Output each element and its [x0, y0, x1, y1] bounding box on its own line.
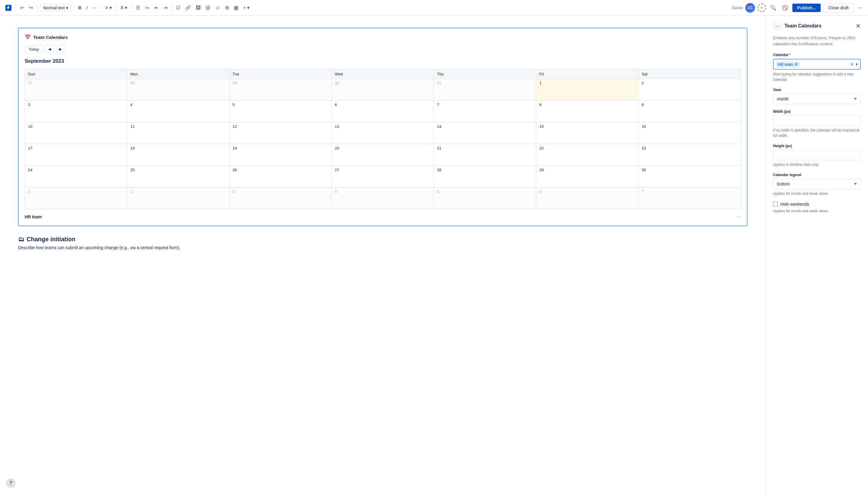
calendar-cell-w3-d2[interactable]: 19 [229, 144, 332, 166]
calendar-cell-w5-d3[interactable]: 4 [332, 188, 434, 209]
calendar-cell-w1-d0[interactable]: 3 [25, 101, 127, 122]
text-style-dropdown[interactable]: Normal text ▾ [40, 4, 72, 12]
more-btn[interactable]: ··· [856, 3, 864, 12]
view-select[interactable]: month week day [773, 94, 861, 104]
hide-weekends-section: Hide weekends Applies for month and week… [773, 202, 861, 214]
undo-btn[interactable]: ↩ [18, 4, 26, 12]
calendar-cell-w3-d1[interactable]: 18 [127, 144, 229, 166]
next-month-btn[interactable]: ▶ [56, 45, 65, 53]
calendar-cell-w2-d6[interactable]: 16 [638, 122, 741, 144]
calendar-cell-w2-d1[interactable]: 11 [127, 122, 229, 144]
calendar-tag-input[interactable]: HR team ✕ ✕ ▾ [773, 59, 861, 70]
more-formatting-btn[interactable]: ··· [91, 4, 98, 12]
calendar-cell-w1-d5[interactable]: 8 [536, 101, 638, 122]
calendar-cell-w2-d2[interactable]: 12 [229, 122, 332, 144]
plus-btn[interactable]: + ▾ [241, 4, 252, 12]
calendar-cell-w5-d0[interactable]: 1 [25, 188, 127, 209]
view-label: View [773, 88, 861, 92]
calendar-cell-w0-d3[interactable]: 30 [332, 79, 434, 101]
layout-btn[interactable]: ▦ [232, 4, 240, 12]
help-btn[interactable]: ? [6, 478, 16, 488]
bold-btn[interactable]: B [77, 4, 83, 12]
calendar-cell-w4-d1[interactable]: 25 [127, 166, 229, 188]
calendar-cell-w5-d5[interactable]: 6 [536, 188, 638, 209]
divider-3 [74, 4, 74, 12]
emoji-btn[interactable]: ☺ [213, 4, 222, 12]
calendar-week-5: 1234567 [25, 188, 741, 209]
change-initiation-section: 🗂 Change initiation Describe how teams c… [18, 233, 747, 250]
calendar-cell-w1-d2[interactable]: 5 [229, 101, 332, 122]
calendar-cell-w3-d5[interactable]: 22 [536, 144, 638, 166]
calendar-cell-w2-d0[interactable]: 10 [25, 122, 127, 144]
table-btn[interactable]: ⊞ [223, 4, 231, 12]
calendar-cell-w0-d5[interactable]: 1 [536, 79, 638, 101]
italic-btn[interactable]: I [84, 4, 89, 12]
panel-calendar-icon: ▭ [775, 23, 780, 28]
image-btn[interactable]: 🖼 [194, 4, 202, 12]
more-options-btn[interactable]: ··· [737, 214, 741, 220]
calendar-cell-w4-d5[interactable]: 29 [536, 166, 638, 188]
font-color-btn[interactable]: A ▾ [119, 4, 129, 12]
calendar-cell-w0-d0[interactable]: 27 [25, 79, 127, 101]
calendar-cell-w4-d3[interactable]: 27 [332, 166, 434, 188]
calendar-cell-w4-d6[interactable]: 30 [638, 166, 741, 188]
calendar-cell-w1-d3[interactable]: 6 [332, 101, 434, 122]
calendar-cell-w0-d1[interactable]: 28 [127, 79, 229, 101]
publish-btn[interactable]: Publish... [792, 4, 821, 12]
mention-btn[interactable]: @ [204, 4, 212, 12]
close-panel-btn[interactable]: ✕ [856, 22, 861, 30]
divider-4 [101, 4, 101, 12]
close-draft-btn[interactable]: Close draft [823, 3, 854, 12]
calendar-cell-w4-d4[interactable]: 28 [434, 166, 536, 188]
avatar-btn[interactable]: CC [745, 3, 755, 13]
prev-month-btn[interactable]: ◀ [45, 45, 54, 53]
calendar-cell-w0-d4[interactable]: 31 [434, 79, 536, 101]
calendar-cell-w5-d1[interactable]: 2 [127, 188, 229, 209]
calendar-cell-w5-d6[interactable]: 7 [638, 188, 741, 209]
align-btn[interactable]: ≡ ▾ [103, 4, 114, 12]
add-collaborator-btn[interactable]: + [757, 4, 766, 12]
toolbar-right: Saved CC + 🔍 🚫 Publish... Close draft ··… [732, 3, 864, 13]
calendar-cell-w3-d4[interactable]: 21 [434, 144, 536, 166]
task-btn[interactable]: ☑ [174, 4, 182, 12]
macro-title-row: 📅 Team Calendars [25, 34, 741, 40]
day-header-tue: Tue [229, 69, 332, 79]
bullet-list-btn[interactable]: ☰ [134, 4, 142, 12]
calendar-cell-w4-d0[interactable]: 24 [25, 166, 127, 188]
toolbar: ↩ ↪ Normal text ▾ B I ··· ≡ ▾ A ▾ ☰ ≔ ⇤ … [0, 0, 868, 16]
indent-btn[interactable]: ⇥ [161, 4, 169, 12]
calendar-cell-w3-d0[interactable]: 17 [25, 144, 127, 166]
remove-tag-btn[interactable]: ✕ [794, 62, 798, 66]
divider-1 [16, 4, 16, 12]
calendar-cell-w2-d3[interactable]: 13 [332, 122, 434, 144]
editor-area[interactable]: 📅 Team Calendars Today ◀ ▶ September 202… [0, 16, 766, 494]
legend-select[interactable]: bottom top none [773, 179, 861, 189]
today-btn[interactable]: Today [25, 45, 43, 53]
search-btn[interactable]: 🔍 [768, 4, 778, 12]
calendar-cell-w3-d3[interactable]: 20 [332, 144, 434, 166]
calendar-cell-w4-d2[interactable]: 26 [229, 166, 332, 188]
calendar-cell-w1-d1[interactable]: 4 [127, 101, 229, 122]
calendar-cell-w0-d6[interactable]: 2 [638, 79, 741, 101]
numbered-list-btn[interactable]: ≔ [143, 4, 152, 12]
height-input[interactable] [773, 150, 861, 160]
link-btn[interactable]: 🔗 [183, 4, 193, 12]
calendar-cell-w2-d5[interactable]: 15 [536, 122, 638, 144]
outdent-btn[interactable]: ⇤ [153, 4, 160, 12]
calendar-cell-w1-d6[interactable]: 9 [638, 101, 741, 122]
restrict-btn[interactable]: 🚫 [780, 4, 790, 12]
calendar-cell-w5-d2[interactable]: 3 [229, 188, 332, 209]
redo-btn[interactable]: ↪ [27, 4, 35, 12]
calendar-cell-w3-d6[interactable]: 23 [638, 144, 741, 166]
calendar-cell-w1-d4[interactable]: 7 [434, 101, 536, 122]
legend-hint: Applies for month and week views. [773, 191, 861, 196]
logo-btn[interactable] [4, 4, 13, 12]
calendar-dropdown-btn[interactable]: ▾ [856, 62, 858, 66]
calendar-cell-w5-d4[interactable]: 5 [434, 188, 536, 209]
width-input[interactable] [773, 115, 861, 126]
calendar-field-section: Calendar * HR team ✕ ✕ ▾ Start typing fo… [773, 53, 861, 82]
clear-calendar-btn[interactable]: ✕ [850, 61, 854, 67]
hide-weekends-checkbox[interactable] [773, 202, 778, 207]
calendar-cell-w2-d4[interactable]: 14 [434, 122, 536, 144]
calendar-cell-w0-d2[interactable]: 29 [229, 79, 332, 101]
